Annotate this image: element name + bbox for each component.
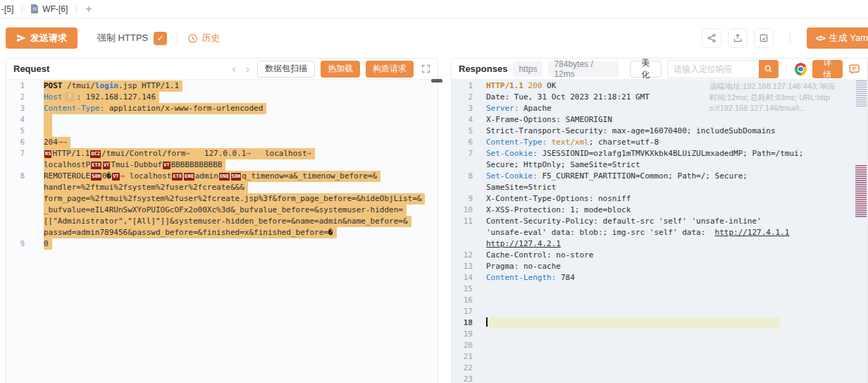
line-content: Content-Security-Policy: default-src 'se… [486,216,762,227]
minimap[interactable] [855,80,867,383]
force-https-checkbox[interactable]: ✓ [154,32,167,45]
line-number [452,182,473,193]
code-line: localhostPETXVTTmui-DubbufVTBBBBBBBBBBB [6,159,438,171]
line-number: 12 [452,250,473,261]
fullscreen-icon[interactable] [421,64,430,73]
tab-label: WF-[6] [42,4,68,14]
code-line: 14Content-Length: 784 [452,272,867,284]
beautify-button[interactable]: 美化 [630,61,662,78]
line-content [486,317,780,329]
details-button[interactable]: 详情 [812,60,843,78]
toolbar-divider [790,32,790,44]
line-content: Content-Length: 784 [486,272,575,284]
code-line: _bufvalue=eIL4RUnSwXYoPUIOGcOFx2o00Xc%3d… [6,205,438,216]
code-line: 7RSHTTP/1.1DC2/tmui/Control/form→ 127.0.… [6,148,438,159]
code-line: 9X-Content-Type-Options: nosniff [452,193,867,205]
history-next-button[interactable]: › [244,64,252,74]
minimap-headers-block [856,80,867,107]
construct-request-button[interactable]: 构造请求 [366,61,414,78]
text-cursor [486,317,488,327]
line-number: 9 [452,193,473,205]
feedback-icon[interactable] [848,63,860,75]
panel-splitter-handle[interactable] [431,79,442,83]
export-button[interactable] [728,28,748,48]
protocol-badge: https [513,61,542,77]
selection-highlight: Content-Type: application/x-www-form-url… [44,103,266,114]
line-number [6,193,25,205]
line-number [6,205,25,216]
line-number: 6 [452,137,473,148]
selection-highlight: form_page=%2ftmui%2fsystem%2fuser%2fcrea… [44,193,425,205]
code-line: 11Content-Security-Policy: default-src '… [452,216,867,227]
history-prev-button[interactable]: ‹ [230,64,237,74]
generate-yaml-button[interactable]: </> 生成 Yaml [807,28,868,49]
response-panel: Responses https 784bytes / 12ms 美化 详情 远端 [451,58,868,383]
code-line: 8REMOTEROLESOH0�VT→ localhostETXENQadmin… [6,171,438,182]
line-content: Set-Cookie: JSESSIONID=ozlafg1mTMVKXkbk4… [486,148,803,159]
code-line: 6204→→ [6,137,438,148]
code-icon: </> [816,34,825,42]
generate-yaml-label: 生成 Yaml [829,32,868,44]
line-number: 5 [6,126,25,137]
selection-highlight: 204→→ [44,137,70,148]
tab-session-5[interactable]: -[5] [1,4,13,14]
line-content: Set-Cookie: F5_CURRENT_PARTITION=Common;… [486,171,748,182]
line-number: 18 [452,317,473,329]
tab-session-wf-6[interactable]: WF-[6] [31,4,68,14]
code-line: 2Host?: 192.168.127.146 [6,92,438,103]
app-window: -[5] WF-[6] + 发送请求 强制 HTTPS ✓ [0,0,868,383]
line-number: 13 [452,261,473,272]
line-content: Cache-Control: no-store [486,250,593,261]
code-line: form_page=%2ftmui%2fsystem%2fuser%2fcrea… [6,193,438,205]
history-button[interactable]: 历史 [187,32,220,44]
line-content: 204→→ [44,137,70,148]
response-editor[interactable]: 远端地址:192.168.127.146:443; 响应时间:12ms; 总耗时… [452,80,867,383]
code-line: 5 [6,126,438,137]
share-button[interactable] [702,28,721,48]
code-line: 3Content-Type: application/x-www-form-ur… [6,103,438,114]
export-icon [733,33,743,43]
line-number: 22 [452,363,473,374]
line-content: handler=%2ftmui%2fsystem%2fuser%2fcreate… [44,182,248,193]
line-number: 20 [452,340,473,351]
selection-highlight: RSHTTP/1.1DC2/tmui/Control/form→ 127.0.0… [44,148,315,159]
line-content: Strict-Transport-Security: max-age=16070… [486,126,776,137]
line-content: Pragma: no-cache [486,261,561,272]
minimap-body-block [855,165,867,217]
line-number: 8 [6,171,25,182]
line-number: 7 [452,148,473,159]
line-number: 9 [6,238,25,250]
send-request-button[interactable]: 发送请求 [6,28,78,49]
code-line: passwd=admin789456&passwd_before=&finish… [6,227,438,238]
request-editor[interactable]: 1POST /tmui/login.jsp HTTP/1.12Host?: 19… [6,80,438,383]
request-panel: Request ‹ › 数据包扫描 热加载 构造请求 1POST /tmui/l… [6,58,438,383]
line-number: 1 [6,80,25,92]
response-meta-info: 远端地址:192.168.127.146:443; 响应时间:12ms; 总耗时… [709,81,838,114]
line-number: 14 [452,272,473,284]
search-button[interactable] [759,60,779,78]
selection-highlight: POST /tmui/login.jsp HTTP/1.1 [44,80,182,92]
toolbar-divider [177,32,178,44]
chrome-icon[interactable] [795,63,807,75]
tab-separator [22,5,23,13]
line-number: 19 [452,329,473,340]
line-content: RSHTTP/1.1DC2/tmui/Control/form→ 127.0.0… [44,148,315,159]
hot-reload-button[interactable]: 热加载 [321,61,360,78]
line-number [452,238,473,250]
code-line: 19 [452,329,867,340]
toolbar-right-group: </> 生成 Yaml [702,28,868,49]
code-line: SameSite=Strict [452,182,867,193]
line-number: 2 [6,92,25,103]
edit-button[interactable] [754,28,774,48]
code-line: 20 [452,340,867,351]
selection-highlight: passwd=admin789456&passwd_before=&finish… [44,227,337,238]
line-content: X-XSS-Protection: 1; mode=block [486,205,631,216]
line-content: HTTP/1.1 200 OK [486,80,556,92]
packet-scan-button[interactable]: 数据包扫描 [257,61,315,78]
search-input[interactable] [667,60,759,78]
selection-highlight: handler=%2ftmui%2fsystem%2fuser%2fcreate… [44,182,248,193]
edit-icon [759,33,769,43]
line-content [44,126,52,137]
line-number: 23 [452,374,473,383]
add-tab-button[interactable]: + [85,4,92,15]
